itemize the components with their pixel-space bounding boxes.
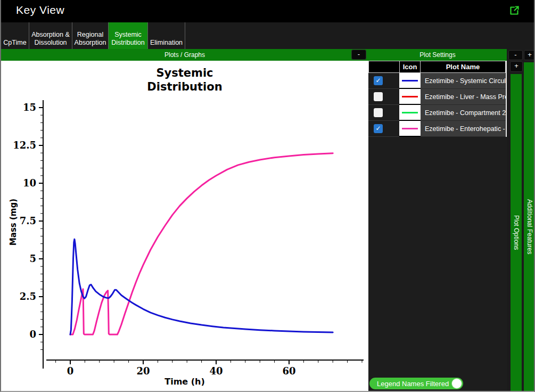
svg-text:15: 15 (23, 102, 36, 113)
plot-table-header: Icon Plot Name (368, 61, 506, 73)
legend-toggle-label: Legend Names Filtered (377, 380, 449, 388)
tab-systemic-distribution[interactable]: Systemic Distribution (109, 22, 148, 49)
plot-settings-header: Plot Settings (368, 49, 507, 61)
tab-elimination[interactable]: Elimination (148, 22, 185, 49)
svg-text:40: 40 (209, 365, 223, 377)
additional-features-bar[interactable]: Additional Features (524, 62, 535, 391)
svg-text:12.5: 12.5 (13, 140, 36, 151)
plot-name[interactable]: Ezetimibe - Enterohepatic - G (421, 121, 506, 137)
tab-regional-absorption[interactable]: Regional Absorption (72, 22, 109, 49)
tab-label: CpTime (3, 39, 26, 47)
svg-text:60: 60 (282, 365, 295, 377)
expand-additional-features-button[interactable]: + (524, 50, 535, 60)
tab-bar: CpTime Absorption & Dissolution Regional… (1, 22, 534, 49)
open-in-new-window-icon[interactable] (509, 5, 520, 16)
plot-name[interactable]: Ezetimibe - Systemic Circula (421, 73, 506, 89)
content-area: Plots / Graphs - SystemicDistribution02.… (1, 49, 534, 391)
chart-area: SystemicDistribution02.557.51012.5150204… (1, 61, 368, 391)
legend-names-filtered-toggle[interactable]: Legend Names Filtered (369, 378, 463, 389)
plot-line-icon (399, 73, 421, 89)
tab-label: Regional Absorption (72, 31, 108, 47)
plot-line-icon (399, 121, 421, 137)
table-row[interactable]: ✓ Ezetimibe - Systemic Circula (368, 73, 506, 89)
plots-graphs-header-label: Plots / Graphs (164, 51, 205, 59)
column-header-plot-name: Plot Name (421, 61, 506, 73)
expand-plot-options-button[interactable]: + (510, 61, 523, 72)
svg-text:20: 20 (136, 365, 150, 377)
svg-text:7.5: 7.5 (20, 215, 36, 226)
additional-features-label: Additional Features (526, 199, 533, 254)
svg-text:5: 5 (29, 253, 36, 264)
svg-text:0: 0 (67, 365, 74, 377)
collapse-plot-settings-button[interactable]: - (508, 50, 523, 60)
plot-line-icon (399, 89, 421, 105)
plots-graphs-panel: Plots / Graphs - SystemicDistribution02.… (1, 49, 368, 391)
plot-visible-checkbox[interactable] (374, 92, 383, 101)
plot-visible-checkbox[interactable] (374, 108, 383, 117)
tab-cptime[interactable]: CpTime (1, 22, 29, 49)
column-header-checkbox (368, 61, 399, 73)
systemic-distribution-chart: SystemicDistribution02.557.51012.5150204… (1, 61, 368, 391)
plot-settings-panel: Plot Settings Icon Plot Name ✓ Ezetimibe… (368, 49, 507, 391)
svg-text:Mass (mg): Mass (mg) (9, 199, 18, 246)
svg-text:2.5: 2.5 (20, 291, 36, 302)
table-row[interactable]: Ezetimibe - Liver - Mass Pres (368, 89, 506, 105)
plot-visible-checkbox[interactable]: ✓ (374, 76, 383, 85)
plots-graphs-header: Plots / Graphs - (1, 49, 368, 61)
svg-text:Distribution: Distribution (147, 80, 222, 93)
side-strip: - + + Plot Options Additional Features (507, 49, 534, 391)
toggle-knob-icon[interactable] (452, 379, 462, 388)
tab-label: Elimination (150, 39, 183, 47)
tab-label: Absorption & Dissolution (29, 31, 72, 47)
svg-text:0: 0 (29, 329, 36, 340)
title-bar: Key View (1, 0, 534, 22)
plot-name[interactable]: Ezetimibe - Compartment 2 - (421, 105, 506, 121)
plot-settings-header-label: Plot Settings (419, 51, 455, 59)
svg-text:Systemic: Systemic (156, 67, 213, 79)
key-view-window: Key View CpTime Absorption & Dissolution… (0, 0, 535, 392)
plot-line-icon (399, 105, 421, 121)
plot-visible-checkbox[interactable]: ✓ (374, 124, 383, 133)
tab-absorption-dissolution[interactable]: Absorption & Dissolution (29, 22, 72, 49)
plot-options-bar[interactable]: Plot Options (511, 74, 522, 391)
svg-text:10: 10 (23, 177, 36, 189)
collapse-plots-button[interactable]: - (351, 50, 366, 60)
window-title: Key View (16, 4, 64, 17)
column-header-icon: Icon (399, 61, 421, 73)
plot-name[interactable]: Ezetimibe - Liver - Mass Pres (421, 89, 506, 105)
table-row[interactable]: ✓ Ezetimibe - Enterohepatic - G (368, 121, 506, 137)
plot-table: Icon Plot Name ✓ Ezetimibe - Systemic Ci… (368, 61, 507, 137)
table-row[interactable]: Ezetimibe - Compartment 2 - (368, 105, 506, 121)
tab-label: Systemic Distribution (109, 31, 147, 47)
plot-options-label: Plot Options (513, 215, 520, 250)
svg-text:Time (h): Time (h) (164, 377, 205, 387)
